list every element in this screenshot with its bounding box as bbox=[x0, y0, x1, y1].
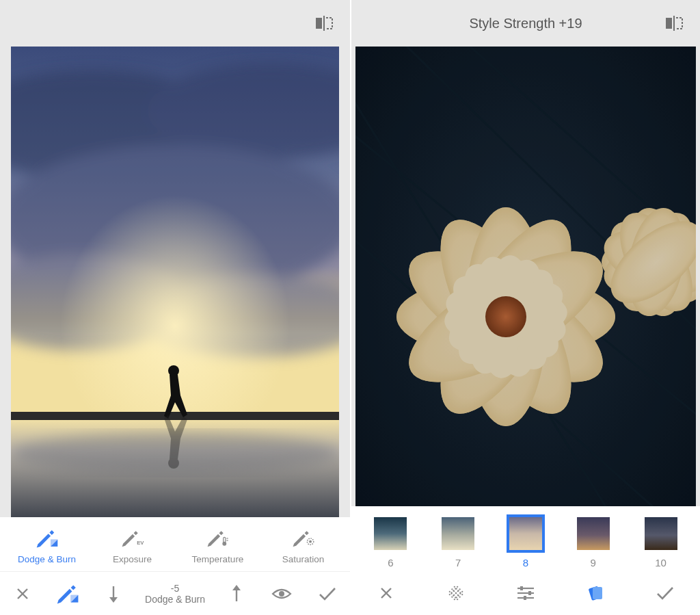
preview-toggle-button[interactable] bbox=[262, 587, 301, 601]
svg-point-22 bbox=[309, 540, 312, 543]
svg-marker-28 bbox=[109, 597, 118, 603]
svg-line-83 bbox=[452, 589, 461, 598]
style-swatch bbox=[642, 514, 680, 553]
svg-rect-74 bbox=[509, 517, 542, 550]
style-thumb-7[interactable]: 7 bbox=[439, 514, 477, 568]
tool-label: Temperature bbox=[192, 554, 244, 564]
styles-button[interactable] bbox=[571, 584, 619, 602]
shuffle-button[interactable] bbox=[432, 583, 480, 603]
tool-exposure[interactable]: EV Exposure bbox=[98, 527, 167, 564]
right-bottombar bbox=[351, 571, 700, 615]
svg-line-82 bbox=[449, 586, 458, 595]
svg-rect-32 bbox=[666, 18, 672, 29]
style-swatch bbox=[371, 514, 409, 553]
slider-value: -5 bbox=[145, 583, 205, 594]
svg-point-31 bbox=[279, 591, 284, 597]
svg-rect-76 bbox=[645, 517, 677, 550]
style-thumb-9[interactable]: 9 bbox=[574, 514, 612, 568]
compare-icon[interactable] bbox=[664, 15, 684, 34]
svg-rect-73 bbox=[442, 517, 474, 550]
tool-dodge-burn[interactable]: Dodge & Burn bbox=[13, 527, 81, 564]
style-thumb-10[interactable]: 10 bbox=[642, 514, 680, 568]
left-photo-preview[interactable] bbox=[0, 47, 350, 517]
tool-temperature[interactable]: Temperature bbox=[184, 527, 252, 564]
thumb-label: 8 bbox=[523, 557, 528, 568]
style-thumb-8[interactable]: 8 bbox=[507, 514, 545, 568]
right-topbar: Style Strength +19 bbox=[351, 0, 700, 47]
thumb-label: 6 bbox=[388, 557, 393, 568]
tool-label: Dodge & Burn bbox=[18, 554, 76, 564]
tool-label: Saturation bbox=[282, 554, 325, 564]
value-readout: -5 Dodge & Burn bbox=[145, 583, 205, 605]
left-topbar bbox=[0, 0, 350, 47]
apply-button[interactable] bbox=[308, 586, 347, 601]
right-photo bbox=[355, 47, 696, 506]
svg-line-84 bbox=[454, 591, 463, 600]
style-swatch bbox=[439, 514, 477, 553]
style-swatch bbox=[574, 514, 612, 553]
thumb-label: 7 bbox=[455, 557, 461, 568]
brush-saturation-icon bbox=[292, 527, 315, 550]
apply-button[interactable] bbox=[641, 586, 689, 601]
left-bottombar: -5 Dodge & Burn bbox=[0, 571, 350, 615]
style-thumb-6[interactable]: 6 bbox=[371, 514, 409, 568]
svg-marker-30 bbox=[232, 585, 241, 590]
tool-label: Exposure bbox=[113, 554, 152, 564]
svg-text:EV: EV bbox=[137, 540, 144, 546]
style-thumbnail-row: 6 7 8 9 10 bbox=[351, 506, 700, 571]
decrease-button[interactable] bbox=[94, 585, 133, 603]
left-photo bbox=[11, 47, 339, 517]
tool-saturation[interactable]: Saturation bbox=[269, 527, 338, 564]
svg-rect-0 bbox=[316, 18, 322, 29]
value-stepper: -5 Dodge & Burn bbox=[94, 583, 256, 605]
adjust-sliders-button[interactable] bbox=[502, 585, 550, 601]
brush-temperature-icon bbox=[206, 527, 230, 550]
brush-exposure-icon: EV bbox=[121, 527, 144, 550]
svg-rect-92 bbox=[593, 587, 602, 599]
compare-icon[interactable] bbox=[314, 15, 334, 34]
style-swatch bbox=[507, 514, 545, 553]
slider-label: Dodge & Burn bbox=[145, 594, 205, 605]
increase-button[interactable] bbox=[217, 585, 256, 603]
svg-point-18 bbox=[222, 542, 226, 545]
brush-dodge-burn-icon bbox=[36, 527, 59, 550]
svg-rect-9 bbox=[11, 412, 339, 420]
cancel-button[interactable] bbox=[3, 586, 42, 602]
svg-rect-86 bbox=[520, 586, 523, 590]
svg-rect-90 bbox=[524, 596, 526, 600]
brush-tool-row: Dodge & Burn EV Exposure Temperature Sat… bbox=[0, 517, 350, 571]
svg-rect-71 bbox=[355, 47, 696, 506]
thumb-label: 10 bbox=[655, 557, 667, 568]
right-photo-preview[interactable] bbox=[351, 47, 700, 506]
svg-rect-8 bbox=[11, 47, 339, 415]
svg-rect-72 bbox=[374, 517, 407, 550]
thumb-label: 9 bbox=[591, 557, 596, 568]
svg-rect-88 bbox=[528, 591, 531, 595]
cancel-button[interactable] bbox=[362, 585, 410, 601]
style-strength-label: Style Strength +19 bbox=[469, 16, 582, 31]
brush-settings-button[interactable] bbox=[49, 584, 88, 604]
right-pane: Style Strength +19 bbox=[350, 0, 700, 615]
svg-rect-75 bbox=[577, 517, 610, 550]
left-pane: Dodge & Burn EV Exposure Temperature Sat… bbox=[0, 0, 350, 615]
